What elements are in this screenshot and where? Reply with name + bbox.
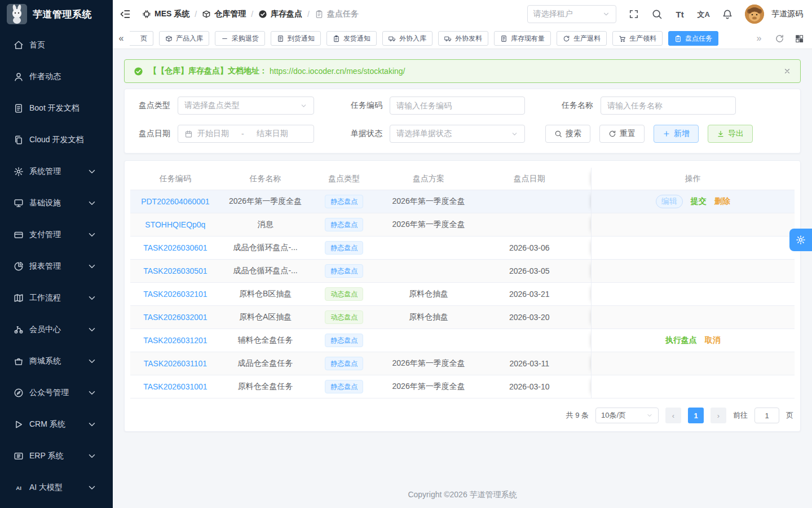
export-button[interactable]: 导出 bbox=[708, 125, 753, 143]
row-action-编辑[interactable]: 编辑 bbox=[656, 195, 683, 208]
username[interactable]: 芋道源码 bbox=[771, 9, 803, 19]
stocktake-date: 2026-03-21 bbox=[479, 283, 580, 305]
pay-icon bbox=[14, 230, 24, 240]
prev-page-button[interactable]: ‹ bbox=[665, 408, 681, 423]
next-page-button[interactable]: › bbox=[710, 408, 726, 423]
sidebar-item-boot-doc[interactable]: Boot 开发文档 bbox=[0, 93, 113, 124]
tab-库存现有量[interactable]: 库存现有量 bbox=[494, 31, 551, 46]
task-code-link[interactable]: TASK2026030601 bbox=[143, 243, 207, 252]
plan-name: 2026年第一季度全盘 bbox=[378, 213, 479, 236]
sidebar-item-member[interactable]: 会员中心 bbox=[0, 314, 113, 345]
reset-button[interactable]: 重置 bbox=[599, 125, 645, 143]
date-separator: - bbox=[241, 129, 244, 138]
tab-到货通知[interactable]: 到货通知 bbox=[271, 31, 321, 46]
sidebar-item-author[interactable]: 作者动态 bbox=[0, 61, 113, 93]
tabs-scroll-right-icon[interactable]: » bbox=[753, 28, 765, 49]
user-icon bbox=[14, 72, 24, 82]
plus-icon bbox=[663, 130, 670, 138]
stocktake-date: 2026-03-11 bbox=[479, 352, 580, 375]
task-code-link[interactable]: TASK2026031201 bbox=[143, 336, 207, 345]
fullscreen-icon[interactable] bbox=[628, 8, 639, 20]
compass-icon bbox=[14, 388, 24, 398]
filter-type-label: 盘点类型 bbox=[138, 100, 178, 111]
breadcrumb-item[interactable]: 仓库管理 bbox=[202, 9, 246, 19]
row-action-取消[interactable]: 取消 bbox=[705, 335, 721, 345]
sidebar-item-workflow[interactable]: 工作流程 bbox=[0, 282, 113, 314]
font-size-icon[interactable]: Tt bbox=[674, 8, 686, 20]
task-code-link[interactable]: TASK2026032001 bbox=[143, 313, 207, 322]
page-1-button[interactable]: 1 bbox=[688, 408, 704, 423]
chevron-down-icon bbox=[87, 261, 97, 271]
row-action-删除[interactable]: 删除 bbox=[714, 196, 730, 207]
tab-发货通知[interactable]: 发货通知 bbox=[326, 31, 377, 46]
doc-icon bbox=[500, 35, 508, 42]
stocktake-date bbox=[479, 329, 580, 352]
task-code-field bbox=[390, 97, 525, 115]
add-button[interactable]: 新增 bbox=[654, 125, 699, 143]
tab-产品入库[interactable]: 产品入库 bbox=[159, 31, 209, 46]
tabs-menu-grid-icon[interactable] bbox=[795, 34, 804, 43]
task-name-input[interactable] bbox=[607, 101, 729, 110]
sidebar-item-pay[interactable]: 支付管理 bbox=[0, 219, 113, 251]
stocktake-type-select[interactable]: 请选择盘点类型 bbox=[178, 97, 314, 115]
chevron-down-icon bbox=[87, 198, 97, 208]
row-actions: 执行盘点取消 bbox=[591, 329, 795, 352]
breadcrumb-item[interactable]: 库存盘点 bbox=[258, 9, 302, 19]
alert-doc-link[interactable]: https://doc.iocoder.cn/mes/stocktaking/ bbox=[270, 67, 405, 76]
chevron-down-icon bbox=[87, 293, 97, 303]
tab-生产领料[interactable]: 生产领料 bbox=[612, 31, 663, 46]
search-button[interactable]: 搜索 bbox=[545, 125, 590, 143]
task-code-input[interactable] bbox=[396, 101, 518, 110]
row-actions bbox=[591, 306, 795, 329]
tab-采购退货[interactable]: 采购退货 bbox=[215, 31, 265, 46]
task-code-link[interactable]: PDT202604060001 bbox=[141, 197, 209, 206]
collapse-sidebar-icon[interactable] bbox=[120, 8, 131, 20]
sidebar-item-cloud-doc[interactable]: Cloud 开发文档 bbox=[0, 124, 113, 156]
avatar[interactable] bbox=[745, 5, 764, 24]
tabs-scroll-left-icon[interactable]: « bbox=[113, 28, 130, 49]
tab-生产退料[interactable]: 生产退料 bbox=[557, 31, 607, 46]
column-header: 任务名称 bbox=[220, 168, 311, 190]
sidebar-item-erp[interactable]: ERP 系统 bbox=[0, 440, 113, 472]
tab-页[interactable]: 页 bbox=[130, 31, 153, 46]
clipboard-icon bbox=[674, 35, 682, 42]
sidebar-item-label: 报表管理 bbox=[29, 261, 61, 271]
sidebar-item-crm[interactable]: CRM 系统 bbox=[0, 409, 113, 440]
task-code-link[interactable]: STOHHQIEQp0q bbox=[145, 220, 205, 229]
sidebar-item-system[interactable]: 系统管理 bbox=[0, 156, 113, 187]
tab-外协入库[interactable]: 外协入库 bbox=[382, 31, 433, 46]
shop-icon bbox=[14, 356, 24, 366]
task-code-link[interactable]: TASK2026031101 bbox=[144, 359, 207, 368]
goto-page-input[interactable] bbox=[754, 408, 779, 423]
page-size-select[interactable]: 10条/页 bbox=[595, 408, 659, 423]
global-search-icon[interactable] bbox=[651, 8, 663, 20]
plan-name bbox=[378, 237, 479, 259]
app-logo[interactable]: 芋道管理系统 bbox=[0, 0, 113, 28]
row-action-提交[interactable]: 提交 bbox=[691, 196, 707, 207]
breadcrumb-item[interactable]: MES 系统 bbox=[142, 9, 189, 19]
sidebar-item-mp[interactable]: 公众号管理 bbox=[0, 377, 113, 409]
tab-外协发料[interactable]: 外协发料 bbox=[438, 31, 488, 46]
play-icon bbox=[14, 419, 24, 430]
task-code-link[interactable]: TASK2026031001 bbox=[143, 382, 207, 391]
type-badge: 动态盘点 bbox=[325, 287, 363, 301]
task-code-link[interactable]: TASK2026030501 bbox=[143, 266, 207, 275]
sidebar-item-ai[interactable]: AIAI 大模型 bbox=[0, 472, 113, 503]
sidebar-item-mall[interactable]: 商城系统 bbox=[0, 345, 113, 377]
row-action-执行盘点[interactable]: 执行盘点 bbox=[665, 335, 697, 345]
notification-bell-icon[interactable] bbox=[722, 8, 733, 20]
stocktake-date: 2026-03-20 bbox=[479, 306, 580, 329]
sidebar-item-home[interactable]: 首页 bbox=[0, 29, 113, 61]
date-range-picker[interactable]: 开始日期 - 结束日期 bbox=[178, 125, 314, 143]
refresh-page-icon[interactable] bbox=[775, 34, 784, 43]
theme-settings-button[interactable] bbox=[789, 229, 812, 251]
task-code-link[interactable]: TASK2026032101 bbox=[143, 290, 207, 299]
language-icon[interactable]: 文A bbox=[698, 8, 710, 20]
sidebar-item-infra[interactable]: 基础设施 bbox=[0, 187, 113, 219]
tenant-select[interactable]: 请选择租户 bbox=[527, 5, 616, 23]
tab-盘点任务[interactable]: 盘点任务 bbox=[668, 31, 718, 46]
close-icon[interactable] bbox=[783, 67, 791, 75]
doc-status-select[interactable]: 请选择单据状态 bbox=[390, 125, 525, 143]
top-navbar: MES 系统/仓库管理/库存盘点/盘点任务 请选择租户 Tt文A 芋道源码 bbox=[113, 0, 812, 28]
sidebar-item-report[interactable]: 报表管理 bbox=[0, 251, 113, 282]
